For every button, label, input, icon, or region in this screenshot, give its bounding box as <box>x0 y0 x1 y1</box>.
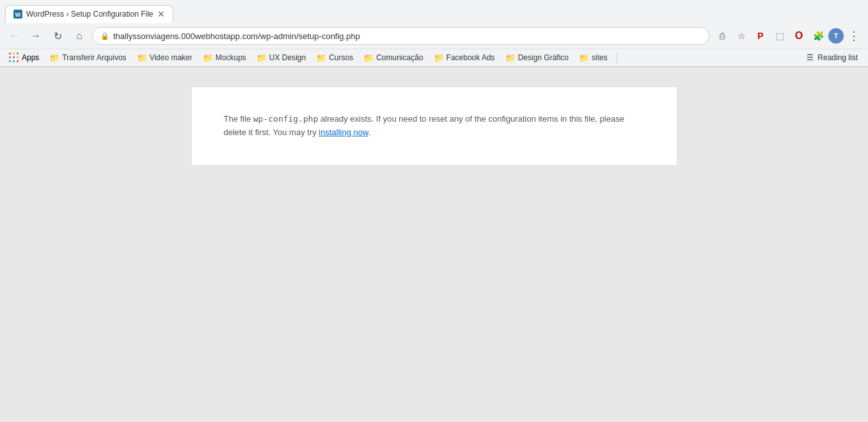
bookmark-mockups[interactable]: 📁 Mockups <box>199 52 250 64</box>
reload-icon: ↻ <box>54 30 62 42</box>
extensions-button[interactable]: 🧩 <box>809 27 827 45</box>
message-prefix: The file <box>224 114 253 124</box>
url-input[interactable] <box>113 31 701 41</box>
bookmark-label: Transferir Arquivos <box>62 53 126 62</box>
home-icon: ⌂ <box>76 30 83 42</box>
menu-button[interactable]: ⋮ <box>845 27 863 45</box>
bookmark-design-grafico[interactable]: 📁 Design Gráfico <box>501 52 572 64</box>
bookmarks-bar: Apps 📁 Transferir Arquivos 📁 Video maker… <box>0 49 868 67</box>
folder-icon: 📁 <box>49 53 59 63</box>
nav-actions: ⎙ ☆ P ⬚ O 🧩 T ⋮ <box>713 27 863 45</box>
bookmark-label: Design Gráfico <box>518 53 569 62</box>
installing-now-link[interactable]: installing now <box>319 127 368 137</box>
lock-icon: 🔒 <box>100 32 109 40</box>
tab-close-button[interactable]: ✕ <box>157 9 165 19</box>
opera-icon: O <box>795 30 803 42</box>
reading-list-button[interactable]: ☰ Reading list <box>801 52 863 63</box>
apps-label: Apps <box>22 53 39 62</box>
bookmark-label: Comunicação <box>376 53 423 62</box>
folder-icon: 📁 <box>256 53 267 63</box>
bookmark-label: Video maker <box>150 53 193 62</box>
bookmark-label: Cursos <box>329 53 353 62</box>
pocket-icon: P <box>757 31 763 41</box>
opera-button[interactable]: O <box>790 27 808 45</box>
screenshot-icon: ⬚ <box>776 31 784 41</box>
share-button[interactable]: ⎙ <box>713 27 731 45</box>
bookmark-video-maker[interactable]: 📁 Video maker <box>133 52 196 64</box>
bookmark-sites[interactable]: 📁 sites <box>575 52 612 64</box>
reading-list-label: Reading list <box>817 53 858 62</box>
folder-icon: 📁 <box>505 53 516 63</box>
bookmark-transferir-arquivos[interactable]: 📁 Transferir Arquivos <box>45 52 130 64</box>
back-icon: ← <box>9 30 19 42</box>
svg-text:W: W <box>15 12 21 18</box>
bookmark-ux-design[interactable]: 📁 UX Design <box>253 52 310 64</box>
nav-bar: ← → ↻ ⌂ 🔒 ⎙ ☆ P ⬚ <box>0 23 868 49</box>
bookmark-cursos[interactable]: 📁 Cursos <box>312 52 357 64</box>
message-text: The file wp-config.php already exists. I… <box>224 113 645 140</box>
folder-icon: 📁 <box>203 53 213 63</box>
page-content: The file wp-config.php already exists. I… <box>0 67 868 422</box>
bookmark-label: Mockups <box>216 53 246 62</box>
bookmark-star-button[interactable]: ☆ <box>732 27 750 45</box>
address-bar[interactable]: 🔒 <box>92 27 709 45</box>
bookmark-label: Facebook Ads <box>446 53 495 62</box>
share-icon: ⎙ <box>720 31 725 41</box>
profile-avatar[interactable]: T <box>828 28 844 44</box>
menu-icon: ⋮ <box>848 29 860 43</box>
tab-bar: W WordPress › Setup Configuration File ✕ <box>0 0 868 23</box>
home-button[interactable]: ⌂ <box>70 27 88 45</box>
back-button[interactable]: ← <box>5 27 23 45</box>
message-code: wp-config.php <box>253 114 319 124</box>
forward-icon: → <box>31 30 41 42</box>
folder-icon: 📁 <box>363 53 374 63</box>
folder-icon: 📁 <box>316 53 326 63</box>
star-icon: ☆ <box>738 31 746 41</box>
bookmark-label: sites <box>592 53 608 62</box>
screenshot-button[interactable]: ⬚ <box>771 27 789 45</box>
tab-favicon: W <box>13 10 22 19</box>
active-tab[interactable]: W WordPress › Setup Configuration File ✕ <box>5 5 173 23</box>
extensions-icon: 🧩 <box>813 31 824 41</box>
message-box: The file wp-config.php already exists. I… <box>191 86 677 166</box>
folder-icon: 📁 <box>579 53 589 63</box>
apps-grid-icon <box>9 53 19 63</box>
bookmark-label: UX Design <box>269 53 306 62</box>
folder-icon: 📁 <box>434 53 444 63</box>
folder-icon: 📁 <box>137 53 147 63</box>
reading-list-icon: ☰ <box>807 53 814 62</box>
tab-title: WordPress › Setup Configuration File <box>26 10 154 19</box>
bookmark-apps[interactable]: Apps <box>5 51 43 64</box>
browser-chrome: W WordPress › Setup Configuration File ✕… <box>0 0 868 67</box>
reload-button[interactable]: ↻ <box>49 27 67 45</box>
bookmark-comunicacao[interactable]: 📁 Comunicação <box>359 52 427 64</box>
message-suffix: . <box>368 127 371 137</box>
forward-button[interactable]: → <box>27 27 45 45</box>
bookmark-facebook-ads[interactable]: 📁 Facebook Ads <box>430 52 499 64</box>
pocket-button[interactable]: P <box>752 27 769 45</box>
bookmarks-divider <box>617 52 617 63</box>
